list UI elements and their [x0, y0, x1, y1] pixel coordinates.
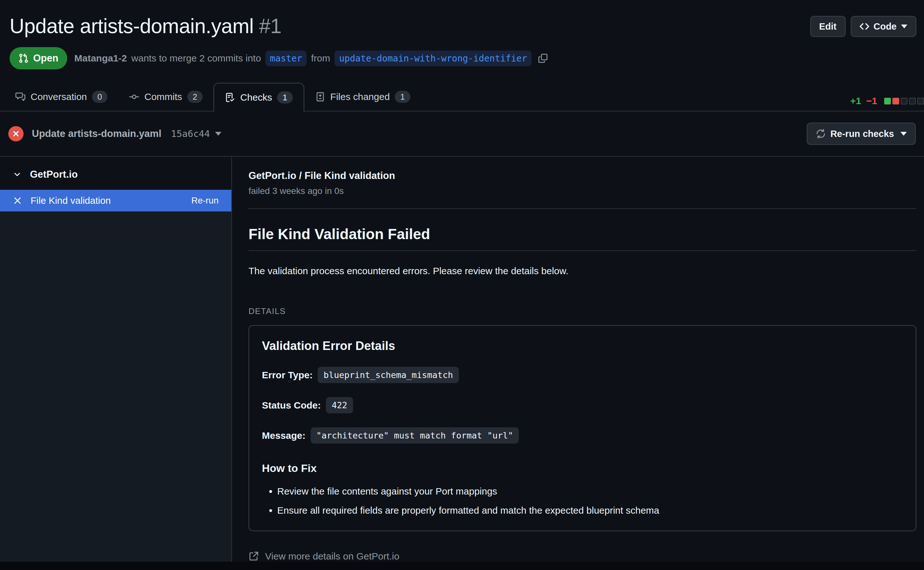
- view-more-details-label: View more details on GetPort.io: [265, 551, 399, 562]
- check-run-header-left: Update artists-domain.yaml 15a6c44: [8, 126, 221, 141]
- validation-error-details-box: Validation Error Details Error Type: blu…: [249, 325, 916, 531]
- sidebar-group-getport[interactable]: GetPort.io: [0, 157, 231, 190]
- pr-meta-row: Open Matanga1-2 wants to merge 2 commits…: [9, 47, 916, 69]
- comment-discussion-icon: [15, 92, 26, 102]
- divider: [249, 208, 916, 209]
- pr-author[interactable]: Matanga1-2: [74, 53, 127, 64]
- sha-caret-icon: [215, 132, 221, 136]
- check-run-meta: failed 3 weeks ago in 0s: [249, 186, 916, 196]
- diffstat-block-del: [892, 98, 899, 104]
- tab-files-changed[interactable]: Files changed 1: [304, 83, 421, 111]
- rerun-checks-label: Re-run checks: [830, 129, 894, 139]
- pr-tabs: Conversation 0 Commits 2 Checks 1: [0, 83, 924, 112]
- sidebar-item-label: File Kind validation: [31, 195, 183, 206]
- tab-counter: 2: [187, 91, 203, 103]
- error-type-label: Error Type:: [262, 370, 313, 380]
- commit-sha: 15a6c44: [171, 128, 210, 139]
- tab-counter: 1: [395, 91, 410, 103]
- output-heading: File Kind Validation Failed: [249, 225, 916, 251]
- message-value: "architecture" must match format "url": [311, 428, 519, 444]
- message-row: Message: "architecture" must match forma…: [262, 428, 903, 444]
- check-run-name: Update artists-domain.yaml: [32, 128, 161, 139]
- external-link-icon: [249, 551, 259, 561]
- pr-title-text: Update artists-domain.yaml: [9, 15, 253, 38]
- tab-counter: 0: [92, 91, 107, 103]
- code-button[interactable]: Code: [851, 16, 917, 37]
- diffstat-block-add: [884, 98, 891, 104]
- diffstat-block-neutral: [909, 98, 916, 104]
- checklist-icon: [225, 92, 235, 103]
- code-button-label: Code: [874, 21, 897, 32]
- byline-from-text: from: [311, 53, 330, 64]
- tab-conversation[interactable]: Conversation 0: [5, 83, 118, 111]
- view-more-details-link[interactable]: View more details on GetPort.io: [249, 551, 399, 562]
- sidebar-group-label: GetPort.io: [30, 169, 78, 180]
- git-commit-icon: [129, 92, 139, 102]
- code-caret-icon: [901, 25, 907, 28]
- git-pull-request-icon: [18, 53, 29, 63]
- pr-byline: Matanga1-2 wants to merge 2 commits into…: [74, 51, 548, 66]
- tab-commits[interactable]: Commits 2: [118, 83, 213, 111]
- tab-label: Files changed: [330, 91, 390, 102]
- diffstat-blocks: [884, 98, 924, 104]
- checks-sidebar: GetPort.io File Kind validation Re-run: [0, 157, 232, 562]
- status-code-row: Status Code: 422: [262, 397, 903, 413]
- code-icon: [860, 21, 869, 31]
- error-type-row: Error Type: blueprint_schema_mismatch: [262, 367, 903, 383]
- commit-sha-dropdown[interactable]: 15a6c44: [171, 128, 221, 139]
- head-branch-chip[interactable]: update-domain-with-wrong-identifier: [335, 51, 531, 66]
- diffstat-block-neutral: [917, 98, 924, 104]
- edit-button[interactable]: Edit: [810, 16, 846, 37]
- pr-tabs-left: Conversation 0 Commits 2 Checks 1: [5, 83, 421, 111]
- pr-state-badge: Open: [9, 47, 67, 69]
- sync-icon: [816, 129, 826, 139]
- bottom-bar: [0, 562, 924, 570]
- check-run-breadcrumb: GetPort.io / File Kind validation: [249, 170, 916, 181]
- status-code-value: 422: [326, 397, 353, 413]
- how-to-fix-heading: How to Fix: [262, 462, 903, 475]
- byline-middle-text: wants to merge 2 commits into: [131, 53, 261, 64]
- tab-label: Conversation: [31, 91, 87, 102]
- details-section-label: DETAILS: [249, 306, 916, 316]
- edit-button-label: Edit: [819, 21, 837, 32]
- chevron-down-icon: [13, 170, 21, 179]
- page-title: Update artists-domain.yaml #1: [9, 14, 281, 38]
- copy-icon: [538, 53, 548, 63]
- rerun-caret-icon: [900, 132, 907, 136]
- tab-checks[interactable]: Checks 1: [213, 83, 304, 112]
- title-row: Update artists-domain.yaml #1 Edit Code: [9, 14, 916, 38]
- tab-counter: 1: [277, 91, 293, 104]
- error-type-value: blueprint_schema_mismatch: [318, 367, 459, 383]
- sidebar-item-file-kind-validation[interactable]: File Kind validation Re-run: [0, 190, 231, 211]
- x-circle-fail-icon: [8, 126, 24, 141]
- fix-list-item: Ensure all required fields are properly …: [277, 505, 903, 516]
- x-icon: [13, 196, 22, 205]
- checks-body: GetPort.io File Kind validation Re-run G…: [0, 157, 924, 562]
- status-code-label: Status Code:: [262, 400, 321, 411]
- pr-state-label: Open: [33, 52, 58, 64]
- copy-branch-button[interactable]: [538, 53, 548, 63]
- diffstat-additions: +1: [850, 95, 861, 106]
- check-run-output: GetPort.io / File Kind validation failed…: [232, 157, 924, 562]
- base-branch-chip[interactable]: master: [266, 51, 307, 66]
- tab-label: Checks: [240, 92, 272, 103]
- fix-list-item: Review the file contents against your Po…: [277, 486, 903, 497]
- diffstat-deletions: −1: [866, 95, 877, 106]
- rerun-checks-button[interactable]: Re-run checks: [807, 123, 916, 145]
- message-label: Message:: [262, 430, 305, 441]
- output-intro: The validation process encountered error…: [249, 265, 916, 276]
- pr-header: Update artists-domain.yaml #1 Edit Code: [0, 0, 924, 69]
- diffstat-block-neutral: [901, 98, 907, 104]
- check-run-header: Update artists-domain.yaml 15a6c44 Re-ru…: [0, 112, 924, 157]
- pr-number: #1: [259, 15, 281, 38]
- details-box-title: Validation Error Details: [262, 339, 903, 353]
- pull-request-checks-page: Update artists-domain.yaml #1 Edit Code: [0, 0, 924, 562]
- file-diff-icon: [315, 92, 325, 102]
- title-buttons: Edit Code: [810, 16, 916, 37]
- sidebar-item-rerun-link[interactable]: Re-run: [191, 196, 219, 206]
- diffstat: +1 −1: [850, 83, 924, 111]
- how-to-fix-list: Review the file contents against your Po…: [262, 486, 903, 516]
- tab-label: Commits: [144, 91, 182, 102]
